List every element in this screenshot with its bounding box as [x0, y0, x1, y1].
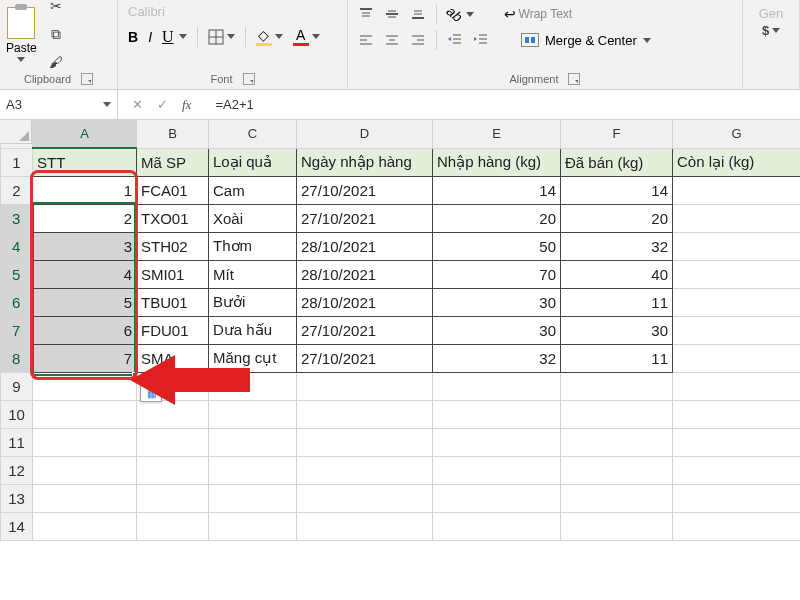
cell[interactable] — [561, 428, 673, 456]
cell[interactable]: STH02 — [137, 232, 209, 260]
cell[interactable]: 5 — [33, 288, 137, 316]
cell[interactable] — [137, 484, 209, 512]
borders-button[interactable] — [204, 27, 239, 47]
paste-button[interactable]: Paste — [6, 7, 37, 62]
cell[interactable] — [673, 456, 801, 484]
col-header-g[interactable]: G — [673, 120, 801, 148]
col-header-a[interactable]: A — [33, 120, 137, 148]
col-header-e[interactable]: E — [433, 120, 561, 148]
cut-button[interactable]: ✂ — [43, 0, 69, 17]
orientation-button[interactable]: ab — [443, 4, 478, 24]
cell[interactable]: 1 — [33, 176, 137, 204]
cell[interactable] — [433, 428, 561, 456]
cell[interactable]: 32 — [561, 232, 673, 260]
row-header[interactable]: 11 — [1, 428, 33, 456]
decrease-indent-button[interactable] — [443, 30, 467, 50]
cell[interactable] — [673, 400, 801, 428]
cell[interactable]: SMI01 — [137, 260, 209, 288]
cell[interactable]: STT — [33, 148, 137, 176]
cell[interactable]: 30 — [433, 288, 561, 316]
cell[interactable] — [137, 428, 209, 456]
row-header[interactable]: 5 — [1, 260, 33, 288]
cell[interactable]: FCA01 — [137, 176, 209, 204]
underline-button[interactable]: U — [158, 26, 191, 48]
select-all-corner[interactable] — [0, 120, 32, 144]
row-header[interactable]: 3 — [1, 204, 33, 232]
row-header[interactable]: 10 — [1, 400, 33, 428]
row-header[interactable]: 4 — [1, 232, 33, 260]
cell[interactable]: 6 — [33, 316, 137, 344]
cell[interactable]: 27/10/2021 — [297, 204, 433, 232]
cell[interactable] — [33, 400, 137, 428]
cell[interactable] — [209, 456, 297, 484]
fill-handle[interactable] — [132, 372, 138, 378]
cell[interactable] — [673, 512, 801, 540]
font-color-button[interactable]: A — [289, 25, 324, 48]
row-header[interactable]: 9 — [1, 372, 33, 400]
col-header-c[interactable]: C — [209, 120, 297, 148]
cell[interactable] — [561, 400, 673, 428]
cell[interactable]: 27/10/2021 — [297, 344, 433, 372]
cell[interactable]: 11 — [561, 288, 673, 316]
cell[interactable]: 27/10/2021 — [297, 176, 433, 204]
autofill-options-button[interactable]: ▦ — [140, 384, 162, 402]
cell[interactable]: 7 — [33, 344, 137, 372]
cell[interactable]: Cam — [209, 176, 297, 204]
align-top-button[interactable] — [354, 4, 378, 24]
cell[interactable] — [209, 372, 297, 400]
align-center-button[interactable] — [380, 30, 404, 50]
cell[interactable] — [33, 428, 137, 456]
cell[interactable]: 50 — [433, 232, 561, 260]
cell[interactable]: Xoài — [209, 204, 297, 232]
cell[interactable]: Thơm — [209, 232, 297, 260]
increase-indent-button[interactable] — [469, 30, 493, 50]
sheet-table[interactable]: A B C D E F G 1 STT Mã SP Loại quả Ngày … — [0, 120, 800, 541]
clipboard-launcher[interactable] — [81, 73, 93, 85]
confirm-button[interactable]: ✓ — [157, 97, 168, 112]
cell[interactable]: 28/10/2021 — [297, 288, 433, 316]
fill-color-button[interactable]: ◇ — [252, 25, 287, 48]
cell[interactable] — [33, 456, 137, 484]
cell[interactable]: 20 — [561, 204, 673, 232]
cell[interactable] — [297, 400, 433, 428]
cell[interactable] — [209, 428, 297, 456]
cell[interactable]: 28/10/2021 — [297, 260, 433, 288]
cell[interactable]: 32 — [433, 344, 561, 372]
cell[interactable]: 30 — [561, 316, 673, 344]
cell[interactable] — [297, 484, 433, 512]
cell[interactable]: 11 — [561, 344, 673, 372]
cell[interactable]: Măng cụt — [209, 344, 297, 372]
cell[interactable] — [297, 456, 433, 484]
cell[interactable] — [33, 372, 137, 400]
cell[interactable] — [137, 400, 209, 428]
cell[interactable] — [297, 512, 433, 540]
cell[interactable]: 14 — [561, 176, 673, 204]
cell[interactable] — [209, 512, 297, 540]
cell[interactable] — [433, 456, 561, 484]
copy-button[interactable]: ⧉ — [43, 23, 69, 45]
cell[interactable] — [673, 372, 801, 400]
cell[interactable]: Dưa hấu — [209, 316, 297, 344]
bold-button[interactable]: B — [124, 27, 142, 47]
align-left-button[interactable] — [354, 30, 378, 50]
cell[interactable]: 27/10/2021 — [297, 316, 433, 344]
cell[interactable] — [433, 400, 561, 428]
col-header-b[interactable]: B — [137, 120, 209, 148]
row-header[interactable]: 8 — [1, 344, 33, 372]
cell[interactable] — [673, 204, 801, 232]
cell[interactable]: Nhập hàng (kg) — [433, 148, 561, 176]
cell[interactable]: TXO01 — [137, 204, 209, 232]
cell[interactable]: Còn lại (kg) — [673, 148, 801, 176]
align-middle-button[interactable] — [380, 4, 404, 24]
row-header[interactable]: 13 — [1, 484, 33, 512]
formula-input[interactable]: =A2+1 — [205, 97, 800, 112]
cell[interactable] — [561, 456, 673, 484]
cell[interactable]: Mít — [209, 260, 297, 288]
cell[interactable]: Mã SP — [137, 148, 209, 176]
row-header[interactable]: 1 — [1, 148, 33, 176]
col-header-d[interactable]: D — [297, 120, 433, 148]
cell[interactable]: 4 — [33, 260, 137, 288]
cell[interactable] — [673, 176, 801, 204]
row-header[interactable]: 12 — [1, 456, 33, 484]
cell[interactable] — [673, 260, 801, 288]
